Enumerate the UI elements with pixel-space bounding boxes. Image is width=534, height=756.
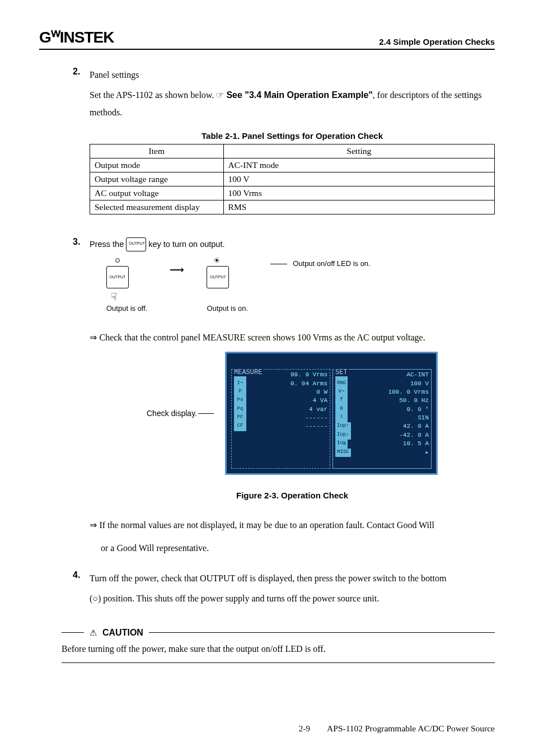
cell: Selected measurement display [90, 200, 224, 214]
section-title: 2.4 Simple Operation Checks [379, 37, 495, 46]
table-header-row: Item Setting [90, 144, 495, 158]
led-note: Output on/off LED is on. [293, 259, 371, 268]
warning-icon: ⚠ [90, 628, 97, 638]
caution-label: CAUTION [102, 628, 143, 638]
desc-a: Set the APS-1102 as shown below. [90, 90, 216, 100]
lcd-set-title: SET [334, 368, 349, 376]
figure-caption: Figure 2-3. Operation Check [90, 491, 495, 500]
check-measure-line: ⇒ Check that the control panel MEASURE s… [90, 329, 495, 346]
page-footer: 2-9 APS-1102 Programmable AC/DC Power So… [39, 724, 495, 734]
output-key-icon: OUTPUT [126, 237, 146, 251]
hand-cursor-icon: ☟ [111, 291, 117, 303]
led-off-icon [115, 258, 120, 263]
fault-a: If the normal values are not displayed, … [99, 520, 434, 530]
caution-block: ⚠ CAUTION Before turning off the power, … [62, 628, 495, 664]
fault-note-b: or a Good Will representative. [90, 540, 495, 557]
step-4: 4. Turn off the power, check that OUTPUT… [73, 570, 495, 611]
output-off-label: Output is off. [106, 304, 147, 312]
output-button-off: OUTPUT [106, 266, 129, 288]
table-row: Selected measurement displayRMS [90, 200, 495, 214]
cell: Output voltage range [90, 172, 224, 186]
cell: RMS [223, 200, 494, 214]
see-icon: ☞ [216, 90, 224, 100]
lcd-set-panel: SET MODAC-INT RNG100 V V~100. 0 Vrms f50… [332, 369, 432, 469]
table-row: AC output voltage100 Vrms [90, 186, 495, 200]
step-number: 2. [73, 67, 90, 231]
lcd-screen: MEASURE V~99. 9 Vrms I~0. 04 Arms P0 W P… [225, 352, 438, 475]
text-a: Press the [90, 237, 124, 253]
check-display-label: Check display. [147, 409, 197, 418]
panel-settings-desc: Set the APS-1102 as shown below. ☞ See "… [90, 87, 495, 121]
lcd-measure-panel: MEASURE V~99. 9 Vrms I~0. 04 Arms P0 W P… [231, 369, 330, 469]
output-diagram: OUTPUT ☟ Output is off. ⟶ ☀ OUTPUT Outpu… [106, 258, 495, 312]
cell: AC output voltage [90, 186, 224, 200]
arrow-icon: ⟶ [170, 264, 184, 276]
output-button-on: OUTPUT [207, 266, 229, 288]
table-caption: Table 2-1. Panel Settings for Operation … [90, 131, 495, 141]
page-number: 2-9 [298, 724, 310, 734]
fault-note: ⇒ If the normal values are not displayed… [90, 517, 495, 534]
table-row: Output voltage range100 V [90, 172, 495, 186]
arrow-icon: ⇒ [90, 520, 99, 530]
cell: Output mode [90, 158, 224, 172]
lcd-measure-title: MEASURE [233, 368, 263, 376]
press-output-line: Press the OUTPUT key to turn on output. [90, 237, 495, 253]
circle-icon: ○ [92, 594, 98, 603]
table-row: Output modeAC-INT mode [90, 158, 495, 172]
led-on-icon: ☀ [213, 256, 221, 265]
col-item: Item [90, 144, 224, 158]
step-number: 3. [73, 237, 90, 560]
arrow-icon: ⇒ [90, 333, 99, 342]
output-on-label: Output is on. [207, 304, 248, 312]
step-2: 2. Panel settings Set the APS-1102 as sh… [73, 67, 495, 231]
doc-title: APS-1102 Programmable AC/DC Power Source [327, 724, 495, 734]
display-area: Check display. MEASURE V~99. 9 Vrms I~0.… [90, 352, 495, 475]
see-ref: See "3.4 Main Operation Example" [226, 90, 372, 100]
step4-line-b: (○) position. This shuts off the power s… [90, 590, 495, 607]
step-3: 3. Press the OUTPUT key to turn on outpu… [73, 237, 495, 560]
step4-line-a: Turn off the power, check that OUTPUT of… [90, 570, 495, 587]
brand-logo: GᵂINSTEK [39, 28, 114, 46]
step-number: 4. [73, 570, 90, 611]
check-text: Check that the control panel MEASURE scr… [99, 333, 425, 342]
col-setting: Setting [223, 144, 494, 158]
page-header: GᵂINSTEK 2.4 Simple Operation Checks [39, 28, 495, 50]
cell: AC-INT mode [223, 158, 494, 172]
caution-text: Before turning off the power, make sure … [62, 641, 495, 664]
settings-table: Item Setting Output modeAC-INT mode Outp… [90, 144, 495, 214]
cell: 100 Vrms [223, 186, 494, 200]
text-b: key to turn on output. [148, 237, 224, 253]
cell: 100 V [223, 172, 494, 186]
panel-settings-title: Panel settings [90, 67, 495, 83]
